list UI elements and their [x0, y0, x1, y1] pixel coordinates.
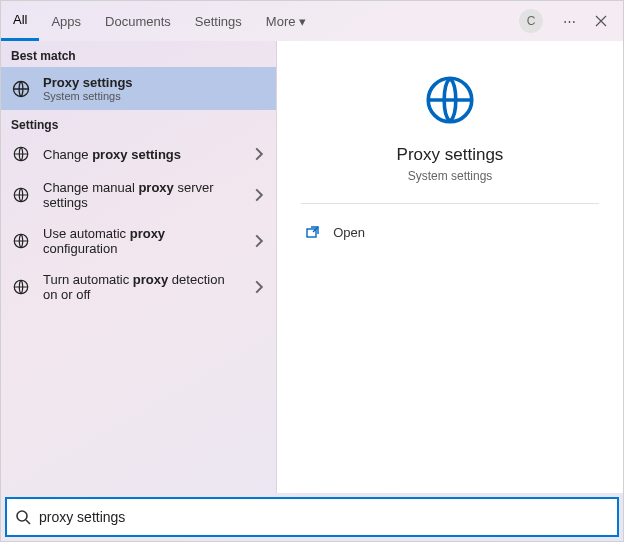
more-options-button[interactable]: ⋯: [553, 5, 585, 37]
tab-more-label: More: [266, 14, 296, 29]
globe-icon: [11, 231, 31, 251]
settings-header: Settings: [1, 110, 276, 136]
best-match-title: Proxy settings: [43, 75, 266, 90]
divider: [301, 203, 599, 204]
best-match-header: Best match: [1, 41, 276, 67]
tab-more[interactable]: More ▾: [254, 1, 319, 41]
open-action[interactable]: Open: [301, 218, 599, 246]
chevron-right-icon: [252, 147, 266, 161]
close-icon: [595, 15, 607, 27]
settings-item-label: Turn automatic proxy detection on or off: [43, 272, 240, 302]
best-match-subtitle: System settings: [43, 90, 266, 102]
user-avatar[interactable]: C: [519, 9, 543, 33]
search-icon: [15, 509, 31, 525]
top-bar: All Apps Documents Settings More ▾ C ⋯: [1, 1, 623, 41]
detail-title: Proxy settings: [397, 145, 504, 165]
settings-item-2[interactable]: Use automatic proxy configuration: [1, 218, 276, 264]
globe-icon: [421, 71, 479, 129]
settings-item-3[interactable]: Turn automatic proxy detection on or off: [1, 264, 276, 310]
dropdown-icon: ▾: [299, 14, 306, 29]
main-area: Best match Proxy settings System setting…: [1, 41, 623, 493]
ellipsis-icon: ⋯: [563, 14, 576, 29]
settings-item-label: Change proxy settings: [43, 147, 240, 162]
globe-icon: [11, 277, 31, 297]
settings-item-label: Use automatic proxy configuration: [43, 226, 240, 256]
search-bar[interactable]: [5, 497, 619, 537]
open-icon: [305, 224, 321, 240]
tab-all[interactable]: All: [1, 1, 39, 41]
best-match-item[interactable]: Proxy settings System settings: [1, 67, 276, 110]
close-button[interactable]: [585, 5, 617, 37]
search-input[interactable]: [39, 509, 609, 525]
filter-tabs: All Apps Documents Settings More ▾: [1, 1, 318, 41]
chevron-right-icon: [252, 234, 266, 248]
tab-settings[interactable]: Settings: [183, 1, 254, 41]
tab-documents[interactable]: Documents: [93, 1, 183, 41]
settings-item-0[interactable]: Change proxy settings: [1, 136, 276, 172]
detail-subtitle: System settings: [408, 169, 493, 183]
settings-item-1[interactable]: Change manual proxy server settings: [1, 172, 276, 218]
globe-icon: [11, 79, 31, 99]
open-label: Open: [333, 225, 365, 240]
globe-icon: [11, 185, 31, 205]
chevron-right-icon: [252, 188, 266, 202]
detail-pane: Proxy settings System settings Open: [277, 41, 623, 493]
tab-apps[interactable]: Apps: [39, 1, 93, 41]
chevron-right-icon: [252, 280, 266, 294]
globe-icon: [11, 144, 31, 164]
results-pane: Best match Proxy settings System setting…: [1, 41, 277, 493]
settings-item-label: Change manual proxy server settings: [43, 180, 240, 210]
svg-point-7: [17, 511, 27, 521]
